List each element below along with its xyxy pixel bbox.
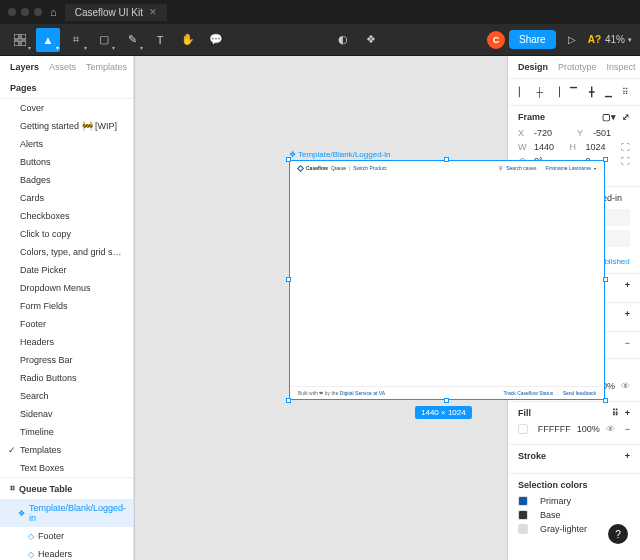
- pen-tool[interactable]: ✎▾: [120, 28, 144, 52]
- page-item[interactable]: Text Boxes: [0, 459, 133, 477]
- tab-templates[interactable]: Templates: [86, 62, 127, 74]
- component-icon: ❖: [289, 150, 296, 159]
- page-item[interactable]: Form Fields: [0, 297, 133, 315]
- comment-tool[interactable]: 💬: [204, 28, 228, 52]
- hash-icon: ⌗: [10, 483, 15, 494]
- add-fill-icon[interactable]: +: [625, 408, 630, 418]
- close-tab-icon[interactable]: ✕: [149, 7, 157, 17]
- page-item[interactable]: Badges: [0, 171, 133, 189]
- page-item[interactable]: Search: [0, 387, 133, 405]
- layer-item[interactable]: ◇Footer: [0, 527, 133, 545]
- notifications-badge[interactable]: A?: [588, 34, 601, 45]
- tab-layers[interactable]: Layers: [10, 62, 39, 74]
- add-stroke-icon[interactable]: +: [625, 451, 630, 461]
- mask-icon[interactable]: ◐: [331, 28, 355, 52]
- page-item[interactable]: Progress Bar: [0, 351, 133, 369]
- component-icon[interactable]: ❖: [359, 28, 383, 52]
- selected-frame[interactable]: Caseflow Queue | Switch Product ⚲ Search…: [289, 160, 605, 400]
- page-item[interactable]: Click to copy: [0, 225, 133, 243]
- align-hcenter-icon[interactable]: ┼: [533, 85, 546, 99]
- svg-rect-0: [14, 34, 19, 39]
- page-item[interactable]: Timeline: [0, 423, 133, 441]
- zoom-control[interactable]: 41%▾: [605, 34, 632, 45]
- page-item[interactable]: Footer: [0, 315, 133, 333]
- tab-prototype[interactable]: Prototype: [558, 62, 597, 72]
- instance-icon: ◇: [28, 532, 34, 541]
- page-item[interactable]: Checkboxes: [0, 207, 133, 225]
- x-input[interactable]: -720: [534, 128, 571, 138]
- visibility-icon[interactable]: 👁: [621, 381, 630, 391]
- align-vcenter-icon[interactable]: ╋: [585, 85, 598, 99]
- constrain-icon[interactable]: ⛶: [621, 142, 630, 152]
- present-button[interactable]: ▷: [560, 28, 584, 52]
- dimensions-badge: 1440 × 1024: [415, 406, 472, 419]
- h-input[interactable]: 1024: [586, 142, 616, 152]
- style-icon[interactable]: ⠿: [612, 408, 619, 418]
- fill-header: Fill: [518, 408, 531, 418]
- page-item[interactable]: Colors, type, and grid system: [0, 243, 133, 261]
- selection-color[interactable]: Base: [518, 510, 630, 520]
- user-avatar[interactable]: C: [487, 31, 505, 49]
- fill-opacity[interactable]: 100%: [577, 424, 600, 434]
- radius-detail-icon[interactable]: ⛶: [621, 156, 630, 166]
- canvas[interactable]: ❖Template/Blank/Logged-in Caseflow Queue…: [134, 56, 508, 560]
- frame-tool[interactable]: ⌗▾: [64, 28, 88, 52]
- resize-icon[interactable]: ⤢: [622, 112, 630, 122]
- home-icon[interactable]: ⌂: [50, 6, 57, 18]
- tab-inspect[interactable]: Inspect: [607, 62, 636, 72]
- fill-swatch[interactable]: [518, 424, 528, 434]
- svg-rect-3: [21, 41, 26, 46]
- page-item[interactable]: Headers: [0, 333, 133, 351]
- page-item[interactable]: Cover: [0, 99, 133, 117]
- layer-item[interactable]: ◇Headers: [0, 545, 133, 560]
- layer-item[interactable]: ❖Template/Blank/Logged-in: [0, 499, 133, 527]
- frame-preset-icon[interactable]: ▢▾: [602, 112, 616, 122]
- align-left-icon[interactable]: ▏: [516, 85, 529, 99]
- window-controls[interactable]: [8, 8, 42, 16]
- hand-tool[interactable]: ✋: [176, 28, 200, 52]
- help-button[interactable]: ?: [608, 524, 628, 544]
- text-tool[interactable]: T: [148, 28, 172, 52]
- align-bottom-icon[interactable]: ▁: [602, 85, 615, 99]
- align-top-icon[interactable]: ▔: [567, 85, 580, 99]
- logo-icon: [297, 164, 304, 171]
- add-variant-icon[interactable]: +: [625, 280, 630, 290]
- align-right-icon[interactable]: ▕: [550, 85, 563, 99]
- fill-visibility-icon[interactable]: 👁: [606, 424, 615, 434]
- page-item[interactable]: Alerts: [0, 135, 133, 153]
- y-input[interactable]: -501: [593, 128, 630, 138]
- frame-footer: Built with ❤ by the Digital Service at V…: [290, 386, 604, 398]
- page-item[interactable]: Dropdown Menus: [0, 279, 133, 297]
- remove-fill-icon[interactable]: −: [625, 424, 630, 434]
- selection-color[interactable]: Primary: [518, 496, 630, 506]
- page-item[interactable]: Sidenav: [0, 405, 133, 423]
- add-autolayout-icon[interactable]: +: [625, 309, 630, 319]
- left-panel: Layers Assets Templates + Pages Cover Ge…: [0, 56, 134, 560]
- page-item[interactable]: Date Picker: [0, 261, 133, 279]
- remove-grid-icon[interactable]: −: [625, 338, 630, 348]
- svg-rect-1: [21, 34, 26, 39]
- page-item[interactable]: Buttons: [0, 153, 133, 171]
- queue-header[interactable]: ⌗Queue Table: [0, 477, 133, 499]
- tab-assets[interactable]: Assets: [49, 62, 76, 74]
- fill-hex[interactable]: FFFFFF: [538, 424, 571, 434]
- frame-label[interactable]: ❖Template/Blank/Logged-in: [289, 150, 391, 159]
- distribute-icon[interactable]: ⠿: [619, 85, 632, 99]
- page-item[interactable]: Radio Buttons: [0, 369, 133, 387]
- shape-tool[interactable]: ▢▾: [92, 28, 116, 52]
- search-icon: ⚲: [499, 165, 503, 171]
- page-item[interactable]: Getting started 🚧 [WIP]: [0, 117, 133, 135]
- page-item[interactable]: Templates: [0, 441, 133, 459]
- tab-design[interactable]: Design: [518, 62, 548, 72]
- page-item[interactable]: Cards: [0, 189, 133, 207]
- move-tool[interactable]: ▲▾: [36, 28, 60, 52]
- w-input[interactable]: 1440: [534, 142, 564, 152]
- instance-icon: ◇: [28, 550, 34, 559]
- file-tab[interactable]: Caseflow UI Kit ✕: [65, 4, 167, 21]
- svg-rect-2: [14, 41, 19, 46]
- share-button[interactable]: Share: [509, 30, 556, 49]
- menu-button[interactable]: ▾: [8, 28, 32, 52]
- file-tab-label: Caseflow UI Kit: [75, 7, 143, 18]
- pages-header: Pages: [0, 78, 133, 99]
- frame-header: Caseflow Queue | Switch Product ⚲ Search…: [290, 161, 604, 175]
